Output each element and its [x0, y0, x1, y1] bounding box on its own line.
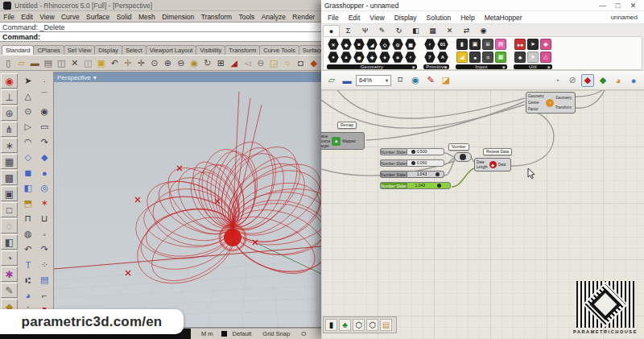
rhino-menu-transform[interactable]: Transform [197, 13, 235, 21]
patch-icon[interactable]: ◆ [37, 151, 53, 164]
status-item-2[interactable]: Grid Snap [259, 330, 290, 337]
gh-group-expand-icon[interactable]: ◆ [502, 64, 506, 69]
slider-grip[interactable] [411, 161, 415, 165]
scale-output-transform[interactable]: Transform [555, 105, 572, 110]
repeat-data-component[interactable]: DataLength ◆ Data [474, 158, 511, 172]
gh-geometry-component-2-icon[interactable]: ◆ [341, 39, 352, 50]
minimize-button[interactable]: — [595, 0, 610, 10]
ellipse-icon[interactable]: ◉ [37, 105, 53, 118]
gh-menu-edit[interactable]: Edit [344, 14, 365, 22]
rhino-tab-visibility[interactable]: Visibility [196, 45, 225, 55]
gh-primitive-component-1-icon[interactable]: 7 [424, 52, 436, 63]
copy-page-icon[interactable]: ◫ [56, 56, 68, 69]
perspective-viewport[interactable]: Perspective ▾ [53, 72, 322, 328]
rhino-menu-analyze[interactable]: Analyze [258, 13, 290, 21]
circle-tool-icon[interactable]: ⊖ [255, 56, 267, 69]
rhino-menu-render[interactable]: Render [289, 13, 318, 21]
scale-input-factor[interactable]: Factor [528, 107, 544, 111]
surface-icon[interactable]: ◇ [20, 151, 36, 164]
gh-title-bar[interactable]: Grasshopper - unnamed —□✕ [321, 0, 644, 11]
gh-menu-metahopper[interactable]: MetaHopper [480, 14, 527, 22]
gh-input-component-0-icon[interactable]: ▮ [456, 39, 468, 50]
slider-track[interactable]: 0.500 [407, 148, 444, 155]
circle-icon[interactable]: ⊙ [20, 105, 36, 118]
close-button[interactable]: ✕ [625, 0, 641, 10]
sketch-pencil-icon[interactable]: ✎ [424, 74, 437, 87]
isolate-icon[interactable]: ◅ [242, 56, 254, 69]
gh-util-component-5-icon[interactable]: △ [540, 52, 551, 63]
gh-geometry-component-13-icon[interactable]: ◐ [405, 52, 416, 63]
gh-input-component-1-icon[interactable]: ◢ [456, 52, 468, 63]
gh-input-component-2-icon[interactable]: ▣ [469, 39, 481, 50]
gh-util-component-0-icon[interactable]: ●● [514, 39, 526, 50]
copy-icon[interactable]: ◫ [82, 56, 94, 69]
repeat-input-data[interactable]: Data [477, 160, 488, 164]
tab-mesh[interactable]: ▦ [424, 25, 441, 36]
cylinder-icon[interactable]: ◧ [20, 181, 36, 195]
preview-off-gem-icon[interactable]: ◆ [581, 74, 594, 87]
gh-geometry-component-1-icon[interactable]: ● [328, 52, 339, 63]
tree-icon[interactable]: ♣ [339, 319, 351, 331]
delete-icon[interactable]: ✕ [69, 56, 81, 69]
hierarchy-icon[interactable]: ⋔ [1, 122, 18, 137]
viewport-grid-icon[interactable]: ⊞ [215, 56, 227, 69]
save-icon[interactable]: ▬ [29, 56, 41, 69]
rhino-tab-standard[interactable]: Standard [2, 45, 34, 55]
render-icon[interactable]: ◆ [308, 56, 320, 69]
extrude-icon[interactable]: ⬒ [20, 196, 36, 210]
arc3-icon[interactable]: ↷ [37, 242, 53, 256]
rhino-menu-dimension[interactable]: Dimension [159, 13, 198, 21]
cplane-axes-icon[interactable]: ⊥ [1, 89, 18, 105]
number-param-tag[interactable]: Number [448, 143, 469, 151]
rhino-logo-icon[interactable]: ◉ [1, 73, 18, 89]
gh-menu-solution[interactable]: Solution [422, 14, 456, 22]
gh-geometry-component-3-icon[interactable]: ▲ [341, 52, 352, 63]
paste-icon[interactable]: ▣ [96, 56, 108, 69]
rhino-menu-solid[interactable]: Solid [114, 13, 135, 21]
maximize-button[interactable]: □ [610, 0, 625, 10]
gh-menu-display[interactable]: Display [390, 14, 422, 22]
lamp-icon[interactable]: ○ [282, 56, 294, 69]
new-file-icon[interactable]: ▯ [2, 56, 14, 69]
rhino-menu-surface[interactable]: Surface [83, 13, 114, 21]
gh-primitive-component-0-icon[interactable]: ◐ [424, 39, 436, 50]
remap-input-source[interactable]: Source [321, 139, 330, 143]
pin-icon[interactable]: ▮ [325, 319, 337, 331]
gh-geometry-component-11-icon[interactable]: ✶ [392, 52, 403, 63]
rhino-title-bar[interactable]: Untitled - Rhinoceros 5.0 [Full] - [Pers… [0, 0, 322, 11]
gh-group-expand-icon[interactable]: ◆ [444, 64, 448, 69]
repeat-output[interactable]: Data [498, 163, 506, 167]
box-ghost-icon[interactable]: □ [1, 202, 18, 217]
open-folder-icon[interactable]: ▱ [16, 56, 28, 69]
tab-display[interactable]: ◉ [475, 25, 492, 36]
rotate-view-icon[interactable]: ↻ [202, 56, 214, 69]
gh-primitive-component-3-icon[interactable]: A [437, 52, 448, 63]
status-item-3[interactable]: O [298, 330, 306, 337]
link-icon[interactable]: ◲ [268, 56, 280, 69]
scale-input-centre[interactable]: Centre [528, 101, 544, 105]
pencil-icon[interactable]: ✎ [1, 283, 18, 298]
arc-icon[interactable]: ◠ [20, 135, 36, 149]
gh-input-component-4-icon[interactable]: ≣ [482, 39, 493, 50]
gear-icon[interactable]: ✱ [1, 267, 18, 282]
box-package-icon[interactable]: ▤ [380, 319, 392, 331]
gh-geometry-component-7-icon[interactable]: ✚ [366, 52, 378, 63]
rhino-tab-select[interactable]: Select [122, 45, 147, 55]
surface2-icon[interactable]: ◕ [20, 288, 36, 302]
gh-geometry-component-5-icon[interactable]: ◉ [353, 52, 365, 63]
undo-icon[interactable]: ↶ [109, 56, 121, 69]
status-item-1[interactable]: Default [221, 330, 252, 337]
wireframe-icon[interactable]: ⊘ [566, 74, 579, 87]
paint-bucket-icon[interactable]: ◪ [440, 74, 452, 87]
zoom-window-icon[interactable]: ⊕ [162, 56, 174, 69]
move-icon[interactable]: ✛ [135, 56, 147, 69]
hex-component-icon[interactable]: ⬡ [353, 319, 365, 331]
box-icon[interactable]: ◼ [20, 166, 36, 180]
number-param[interactable] [454, 152, 472, 162]
lock-icon[interactable]: ◘ [295, 56, 307, 69]
hide-objects-icon[interactable]: ◢ [229, 56, 241, 69]
gh-geometry-component-12-icon[interactable]: ▣ [405, 39, 416, 50]
scale-output-geometry[interactable]: Geometry [555, 96, 572, 100]
pan-icon[interactable]: ✛ [122, 56, 134, 69]
gh-util-component-1-icon[interactable]: ♣ [514, 52, 526, 63]
